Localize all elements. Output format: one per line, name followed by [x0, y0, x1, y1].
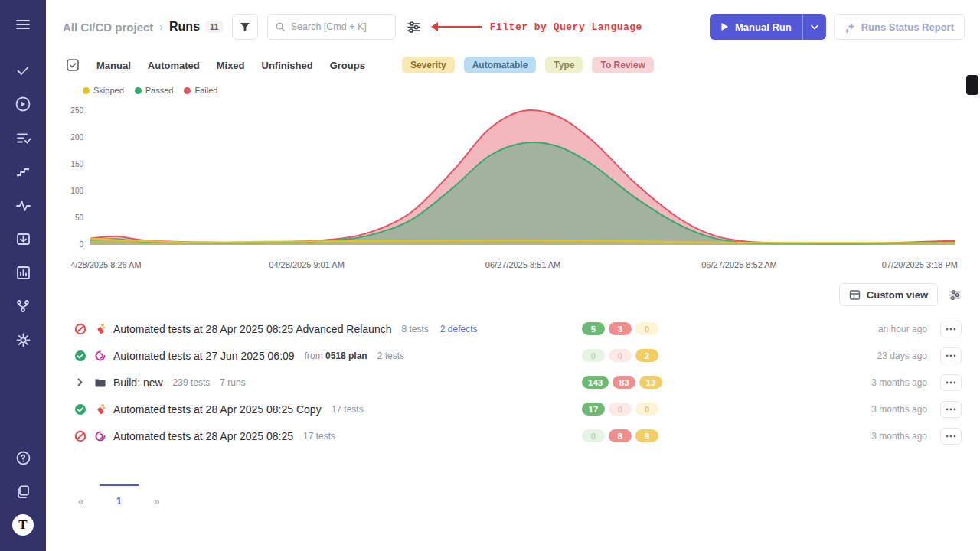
query-filter-icon[interactable]	[405, 18, 423, 36]
tabs-row: Manual Automated Mixed Unfinished Groups…	[46, 54, 980, 84]
sparkles-icon	[844, 21, 856, 33]
help-icon[interactable]	[9, 444, 37, 471]
settings-gear-icon[interactable]	[9, 326, 37, 354]
ellipsis-icon	[946, 354, 956, 357]
flow-steps-icon[interactable]	[9, 158, 37, 185]
run-row[interactable]: Automated tests at 28 Apr 2025 08:25 Adv…	[64, 315, 965, 342]
run-row[interactable]: Automated tests at 28 Apr 2025 08:25 Cop…	[64, 396, 965, 422]
chip-automatable[interactable]: Automatable	[464, 57, 537, 73]
run-time: 3 months ago	[675, 404, 927, 415]
x-tick-label: 07/20/2025 3:18 PM	[882, 260, 958, 269]
passed-area	[90, 142, 956, 245]
menu-icon[interactable]	[9, 11, 37, 38]
chip-severity[interactable]: Severity	[402, 57, 455, 73]
status-passed-icon	[74, 350, 87, 362]
projects-icon[interactable]	[9, 478, 37, 505]
chevron-down-icon	[811, 24, 818, 30]
play-circle-icon[interactable]	[9, 90, 37, 118]
area-chart[interactable]: 050100150200250	[64, 96, 965, 259]
folder-icon	[93, 377, 106, 389]
manual-run-dropdown[interactable]	[803, 14, 826, 40]
y-tick-label: 50	[75, 214, 84, 222]
run-group-row[interactable]: Build: new 239 tests 7 runs 143 83 13 3 …	[64, 369, 965, 396]
runs-status-report-button[interactable]: Runs Status Report	[834, 14, 965, 40]
skipped-count-badge: 9	[635, 429, 658, 442]
expand-chevron-icon[interactable]	[74, 378, 87, 386]
passed-count-badge: 5	[582, 322, 605, 335]
inbox-in-icon[interactable]	[9, 225, 37, 253]
row-menu-button[interactable]	[940, 401, 962, 418]
custom-view-button[interactable]: Custom view	[839, 283, 938, 306]
filter-button[interactable]	[232, 14, 258, 40]
legend-failed[interactable]: Failed	[184, 86, 217, 95]
failed-count-badge: 0	[609, 349, 632, 362]
runs-list-icon[interactable]	[9, 124, 37, 152]
pagination-prev[interactable]: «	[74, 484, 89, 512]
chip-to-review[interactable]: To Review	[592, 57, 653, 73]
run-tests-meta: 17 tests	[332, 404, 364, 415]
select-runs-icon[interactable]	[66, 58, 80, 72]
search-input[interactable]	[291, 21, 387, 32]
x-tick-label: 04/28/2025 9:01 AM	[269, 260, 344, 269]
from-label: from	[305, 350, 323, 361]
passed-count-badge: 17	[582, 403, 605, 416]
search-box	[267, 14, 396, 40]
legend-passed[interactable]: Passed	[135, 86, 174, 95]
defects-link[interactable]: 2 defects	[440, 324, 478, 334]
sidebar: T	[0, 0, 46, 551]
chip-type[interactable]: Type	[545, 57, 583, 73]
topbar-actions: Manual Run Runs Status Report	[710, 14, 965, 40]
tab-manual[interactable]: Manual	[96, 60, 131, 71]
view-settings-icon[interactable]	[947, 287, 963, 303]
legend-passed-label: Passed	[145, 86, 174, 95]
run-title: Automated tests at 28 Apr 2025 08:25 Cop…	[113, 403, 322, 416]
run-title: Automated tests at 28 Apr 2025 08:25 Adv…	[113, 323, 391, 335]
main-content: All CI/CD project › Runs 11 Filter by Qu…	[46, 0, 980, 551]
runs-status-report-label: Runs Status Report	[861, 21, 954, 33]
annotation-filter-by-query: Filter by Query Language	[433, 21, 642, 33]
run-time: 23 days ago	[675, 350, 927, 361]
reports-chart-icon[interactable]	[9, 259, 37, 286]
failed-count-badge: 0	[609, 403, 632, 416]
row-menu-button[interactable]	[940, 374, 962, 391]
manual-run-button[interactable]: Manual Run	[710, 14, 802, 40]
ellipsis-icon	[946, 328, 956, 331]
run-row[interactable]: Automated tests at 28 Apr 2025 08:25 17 …	[64, 422, 965, 449]
branch-icon[interactable]	[9, 292, 37, 320]
skipped-count-badge: 2	[635, 349, 658, 362]
status-failed-icon	[74, 430, 87, 442]
y-tick-label: 0	[80, 240, 84, 249]
x-tick-label: 06/27/2025 8:52 AM	[701, 260, 776, 269]
run-time: 3 months ago	[675, 431, 927, 442]
row-menu-button[interactable]	[940, 428, 962, 445]
run-tests-meta: 8 tests	[401, 324, 428, 334]
skipped-count-badge: 0	[635, 403, 658, 416]
run-tests-meta: 239 tests	[173, 377, 211, 388]
runs-chart: Skipped Passed Failed 050100150200250 4/…	[46, 84, 980, 274]
tab-automated[interactable]: Automated	[148, 60, 200, 71]
manual-run-split-button: Manual Run	[710, 14, 826, 40]
row-menu-button[interactable]	[940, 347, 962, 364]
tab-unfinished[interactable]: Unfinished	[262, 60, 313, 71]
sidebar-bottom: T	[9, 444, 37, 539]
pagination-next[interactable]: »	[149, 484, 165, 512]
table-view-icon	[849, 289, 861, 301]
tab-mixed[interactable]: Mixed	[217, 60, 245, 71]
tab-groups[interactable]: Groups	[330, 60, 365, 71]
firecracker-icon	[93, 403, 106, 416]
breadcrumb-separator: ›	[159, 21, 163, 33]
check-icon[interactable]	[9, 57, 37, 84]
topbar: All CI/CD project › Runs 11 Filter by Qu…	[46, 0, 980, 54]
floating-widget-handle[interactable]	[966, 75, 978, 95]
breadcrumb-project[interactable]: All CI/CD project	[63, 21, 153, 34]
run-row[interactable]: Automated tests at 27 Jun 2025 06:09 fro…	[64, 342, 965, 369]
run-title: Build: new	[113, 377, 163, 389]
legend-skipped[interactable]: Skipped	[83, 86, 124, 95]
y-tick-label: 150	[70, 160, 83, 168]
skipped-count-badge: 13	[639, 376, 662, 389]
activity-pulse-icon[interactable]	[9, 191, 37, 219]
pagination-page-1[interactable]: 1	[100, 484, 139, 511]
play-icon	[720, 22, 729, 31]
app-logo[interactable]: T	[9, 511, 37, 539]
row-menu-button[interactable]	[940, 321, 962, 337]
